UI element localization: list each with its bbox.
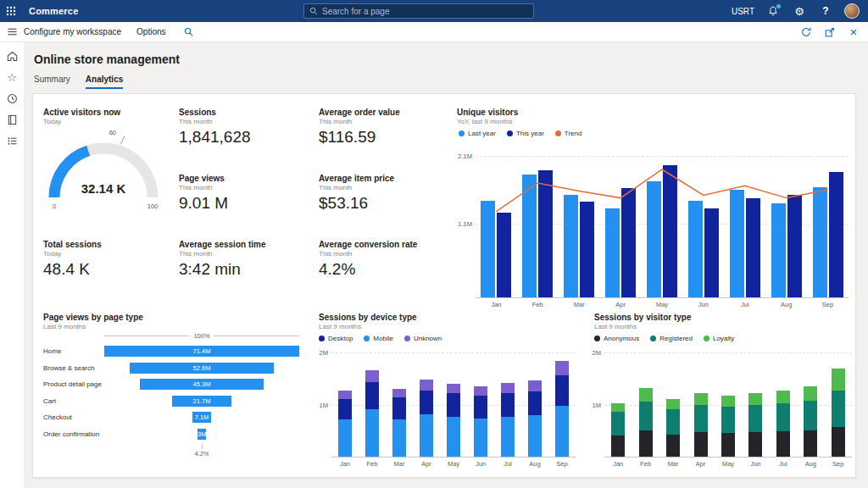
funnel-row: Order confirmation3M bbox=[43, 426, 299, 443]
funnel-bar-zone: 52.6M bbox=[104, 363, 299, 374]
bar-segment bbox=[392, 397, 406, 419]
bar-segment bbox=[694, 432, 708, 458]
legend-dot bbox=[594, 336, 600, 341]
x-axis-label: May bbox=[715, 460, 742, 468]
x-axis-label: Apr bbox=[687, 460, 714, 468]
notifications-bell-icon[interactable] bbox=[765, 3, 781, 19]
settings-gear-icon[interactable]: ⚙ bbox=[792, 3, 807, 19]
bar-segment bbox=[748, 405, 762, 432]
funnel-row: Home71.4M bbox=[43, 343, 299, 360]
x-axis-label: Jan bbox=[604, 460, 632, 468]
user-avatar[interactable] bbox=[844, 3, 860, 19]
bar bbox=[829, 172, 843, 298]
tab-summary[interactable]: Summary bbox=[34, 75, 70, 89]
close-button[interactable]: × bbox=[846, 25, 861, 40]
funnel-row-label: Checkout bbox=[43, 413, 104, 421]
x-axis-label: Jul bbox=[494, 460, 521, 468]
bar bbox=[564, 195, 578, 298]
x-axis-label: Apr bbox=[600, 301, 642, 308]
kpi-title: Average session time bbox=[179, 240, 265, 249]
bar-segment bbox=[721, 433, 735, 458]
funnel-bar: 3M bbox=[198, 429, 206, 440]
sidebar-item-home[interactable] bbox=[2, 47, 22, 64]
funnel-row-label: Home bbox=[43, 347, 104, 355]
legend-item: Last year bbox=[459, 130, 496, 137]
bar bbox=[621, 188, 636, 298]
options-tab[interactable]: Options bbox=[136, 27, 165, 36]
bar-segment bbox=[555, 361, 569, 375]
bar-segment bbox=[611, 412, 625, 435]
sidebar-item-workspaces[interactable] bbox=[2, 111, 22, 128]
funnel-bar-zone: 71.4M bbox=[104, 346, 299, 357]
bar-segment bbox=[365, 382, 379, 409]
topbar-right-actions: USRT ⚙ ? bbox=[732, 0, 868, 22]
bar-segment bbox=[528, 415, 542, 458]
sessions-by-visitor-chart: 2M1MJanFebMarAprMayJunJulAugSep bbox=[604, 352, 852, 458]
bar bbox=[481, 201, 495, 298]
bar-segment bbox=[338, 391, 352, 398]
sidebar-item-modules[interactable] bbox=[2, 132, 22, 149]
search-icon bbox=[309, 7, 318, 15]
global-search-box[interactable] bbox=[303, 3, 534, 19]
chart-title: Sessions by visitor type bbox=[594, 313, 692, 322]
app-name[interactable]: Commerce bbox=[29, 6, 78, 16]
legend-item: Anonymous bbox=[594, 335, 639, 342]
kpi-subtitle: This month bbox=[179, 184, 213, 191]
bar-segment bbox=[474, 386, 487, 396]
kpi-value: 1,841,628 bbox=[179, 128, 251, 147]
global-search-input[interactable] bbox=[322, 7, 528, 16]
bar-segment bbox=[832, 391, 845, 427]
unique-visitors-legend: Last yearThis yearTrend bbox=[459, 130, 581, 137]
funnel-bar-zone: 45.3M bbox=[104, 379, 299, 390]
bar-segment bbox=[338, 419, 352, 458]
x-axis-label: Apr bbox=[413, 460, 440, 468]
toolbar-right-actions: × bbox=[798, 25, 868, 40]
bar bbox=[746, 198, 760, 298]
funnel-row: Cart21.7M bbox=[43, 393, 299, 410]
bar bbox=[538, 170, 553, 298]
bar-segment bbox=[474, 396, 487, 419]
kpi-subtitle: This month bbox=[319, 250, 353, 258]
bar-segment bbox=[832, 369, 845, 391]
gridline bbox=[331, 352, 576, 353]
sidebar-item-favorites[interactable]: ☆ bbox=[2, 69, 22, 86]
bar-segment bbox=[555, 406, 569, 458]
kpi-subtitle: This month bbox=[319, 184, 353, 191]
funnel-row: Browse & search52.6M bbox=[43, 360, 299, 377]
bar-segment bbox=[776, 431, 790, 458]
bar-segment bbox=[338, 399, 352, 420]
help-icon[interactable]: ? bbox=[818, 3, 833, 19]
top-navbar: Commerce USRT ⚙ ? bbox=[0, 0, 868, 22]
bar bbox=[663, 165, 677, 298]
open-in-new-window-button[interactable] bbox=[822, 25, 837, 40]
app-launcher-waffle-icon[interactable] bbox=[0, 0, 22, 22]
bar-segment bbox=[447, 384, 460, 393]
legend-dot bbox=[650, 336, 656, 341]
toolbar-search-button[interactable] bbox=[181, 25, 197, 40]
tab-analytics[interactable]: Analytics bbox=[86, 75, 123, 89]
bar-segment bbox=[804, 401, 817, 430]
bar-segment bbox=[666, 409, 680, 435]
bar-segment bbox=[365, 409, 379, 458]
bar bbox=[730, 190, 744, 298]
sidebar-item-recent[interactable] bbox=[2, 90, 22, 107]
kpi-title: Total sessions bbox=[43, 240, 102, 249]
refresh-button[interactable] bbox=[798, 25, 814, 40]
kpi-value: 3:42 min bbox=[179, 260, 241, 279]
configure-workspace-button[interactable]: Configure my worksspace bbox=[24, 27, 121, 36]
star-icon: ☆ bbox=[7, 72, 17, 83]
kpi-title: Average conversion rate bbox=[319, 240, 417, 249]
legend-item: Desktop bbox=[319, 335, 353, 342]
legend-item: Mobile bbox=[364, 335, 393, 342]
kpi-title: Average order value bbox=[319, 108, 400, 117]
bar-segment bbox=[528, 380, 542, 391]
bar bbox=[787, 195, 802, 298]
gauge-target-label: 60 bbox=[109, 129, 116, 136]
legend-dot bbox=[364, 336, 370, 341]
x-axis-label: Jul bbox=[770, 460, 797, 468]
x-axis-label: Jun bbox=[742, 460, 769, 468]
hamburger-menu-icon[interactable] bbox=[0, 22, 24, 42]
bar-segment bbox=[528, 391, 542, 416]
gridline bbox=[604, 352, 852, 353]
device-type-legend: DesktopMobileUnknown bbox=[319, 335, 442, 342]
